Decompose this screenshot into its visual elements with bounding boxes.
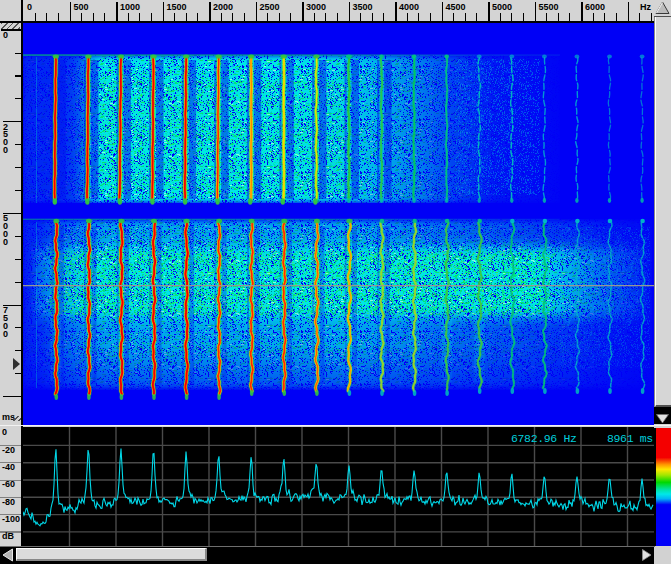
svg-text:6782.96 Hz: 6782.96 Hz: [511, 432, 577, 445]
svg-text:8961 ms: 8961 ms: [607, 432, 653, 445]
